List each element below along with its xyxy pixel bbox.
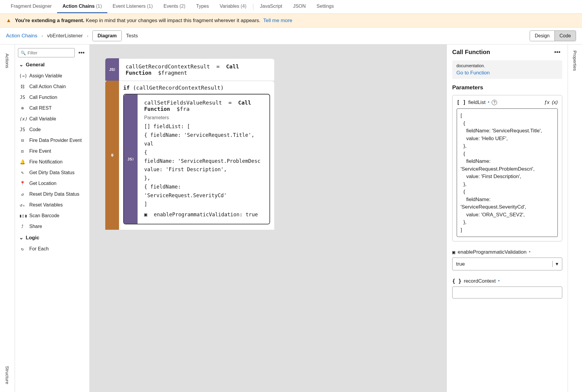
properties-more-icon[interactable]: ••• <box>552 49 562 56</box>
chevron-right-icon: › <box>87 33 89 38</box>
param-name: fieldList <box>468 99 486 105</box>
tab-event-listeners[interactable]: Event Listeners (1) <box>107 0 158 13</box>
action-assign-variable[interactable]: (→)Assign Variable <box>18 71 86 81</box>
doc-text: documentation. <box>456 63 558 68</box>
action-reset-dirty[interactable]: ↺Reset Dirty Data Status <box>18 189 86 199</box>
reset-var-icon: ↺ₓ <box>19 202 26 208</box>
action-fire-data-provider-event[interactable]: ⊟Fire Data Provider Event <box>18 135 86 146</box>
top-tabs: Fragment Designer Action Chains (1) Even… <box>0 0 582 14</box>
dirty-icon: ✎ <box>19 170 26 175</box>
action-get-dirty-data[interactable]: ✎Get Dirty Data Status <box>18 168 86 178</box>
properties-title: Call Function <box>452 49 490 56</box>
js-icon: JS <box>19 95 26 100</box>
action-call-action-chain[interactable]: ⛓Call Action Chain <box>18 82 86 92</box>
bell-icon: 🔔 <box>19 159 26 165</box>
type-boolean-icon: ▣ <box>452 249 455 255</box>
filter-input[interactable] <box>28 50 72 55</box>
parameters-section-title: Parameters <box>452 84 562 91</box>
action-for-each[interactable]: ↻For Each <box>18 244 86 254</box>
tab-events[interactable]: Events (2) <box>158 0 191 13</box>
actions-panel: 🔍 ••• ⌄ General (→)Assign Variable ⛓Call… <box>15 45 90 392</box>
loop-icon: ↻ <box>19 246 26 252</box>
params-label: Parameters <box>144 115 263 120</box>
node-handle-js[interactable]: JS⟩ <box>124 94 138 224</box>
action-fire-event[interactable]: ⧈Fire Event <box>18 146 86 156</box>
rest-icon: ⊕ <box>19 105 26 111</box>
doc-box: documentation. Go to Function <box>452 60 562 79</box>
tab-action-chains[interactable]: Action Chains (1) <box>57 0 107 13</box>
mode-toggle-group: Design Code <box>530 30 576 41</box>
type-array-icon: [ ] <box>457 99 466 105</box>
tab-types[interactable]: Types <box>191 0 214 13</box>
code-icon: JS <box>19 127 26 132</box>
design-mode-button[interactable]: Design <box>530 31 554 41</box>
reset-icon: ↺ <box>19 192 26 197</box>
diagram-canvas[interactable]: JS⟩ callGetRecordContextResult = Call Fu… <box>90 45 447 392</box>
action-share[interactable]: ⤴Share <box>18 221 86 232</box>
enable-validation-select[interactable]: true ▾ <box>452 258 562 270</box>
action-get-location[interactable]: 📍Get Location <box>18 178 86 189</box>
param-enable-validation: ▣ enableProgrammaticValidation * true ▾ <box>452 249 562 270</box>
go-to-function-link[interactable]: Go to Function <box>456 70 558 76</box>
actions-rail-tab[interactable]: Actions <box>5 53 10 68</box>
database-icon: ⊟ <box>19 138 26 143</box>
section-general[interactable]: ⌄ General <box>19 62 85 68</box>
tab-fragment-designer[interactable]: Fragment Designer <box>5 0 57 13</box>
action-call-variable[interactable]: (x)Call Variable <box>18 114 86 124</box>
action-code[interactable]: JSCode <box>18 125 86 135</box>
properties-panel: Call Function ••• documentation. Go to F… <box>447 45 568 392</box>
breadcrumb-current: vbEnterListener <box>47 33 83 39</box>
warning-icon: ▲ <box>6 17 11 24</box>
node-handle-js[interactable]: JS⟩ <box>105 58 119 81</box>
chevron-right-icon: › <box>42 33 43 38</box>
event-icon: ⧈ <box>19 148 26 154</box>
tab-json[interactable]: JSON <box>288 0 311 13</box>
tests-toggle[interactable]: Tests <box>126 33 138 39</box>
breadcrumb-row: Action Chains › vbEnterListener › Diagra… <box>0 27 582 45</box>
required-indicator: * <box>498 279 500 284</box>
type-object-icon: { } <box>452 278 461 284</box>
fx-icon[interactable]: ƒx <box>544 99 549 105</box>
tell-me-more-link[interactable]: Tell me more <box>263 18 292 23</box>
location-icon: 📍 <box>19 181 26 186</box>
node-call-function-1[interactable]: JS⟩ callGetRecordContextResult = Call Fu… <box>105 58 274 81</box>
action-call-rest[interactable]: ⊕Call REST <box>18 103 86 113</box>
arrow-icon: (→) <box>19 73 26 79</box>
structure-rail-tab[interactable]: Structure <box>5 366 10 384</box>
share-icon: ⤴ <box>19 224 26 229</box>
tab-javascript[interactable]: JavaScript <box>255 0 288 13</box>
help-icon[interactable]: ? <box>492 100 497 105</box>
param-name: recordContext <box>464 278 496 284</box>
section-logic[interactable]: ⌄ Logic <box>19 235 85 241</box>
breadcrumb-root[interactable]: Action Chains <box>6 33 37 39</box>
fieldlist-json-editor[interactable]: [ { fieldName: 'ServiceRequest.Title', v… <box>457 108 558 237</box>
right-rail: Properties <box>568 45 582 392</box>
node-handle-if[interactable]: ⤋ <box>105 81 119 230</box>
node-call-function-2[interactable]: JS⟩ callSetFieldsValueResult = Call Func… <box>123 94 270 224</box>
record-context-input[interactable] <box>452 287 562 298</box>
barcode-icon: ▮▯▮ <box>19 213 26 218</box>
properties-rail-tab[interactable]: Properties <box>572 50 578 71</box>
action-scan-barcode[interactable]: ▮▯▮Scan Barcode <box>18 211 86 221</box>
code-mode-button[interactable]: Code <box>554 31 576 41</box>
required-indicator: * <box>529 250 531 255</box>
diagram-toggle[interactable]: Diagram <box>93 31 121 41</box>
action-fire-notification[interactable]: 🔔Fire Notification <box>18 157 86 167</box>
chevron-down-icon: ⌄ <box>19 62 23 68</box>
tab-settings[interactable]: Settings <box>311 0 339 13</box>
extending-fragment-banner: ▲ You're extending a fragment. Keep in m… <box>0 14 582 27</box>
actions-more-icon[interactable]: ••• <box>77 49 86 56</box>
node-if[interactable]: ⤋ if (callGetRecordContextResult) JS⟩ ca… <box>105 81 274 230</box>
action-call-function[interactable]: JSCall Function <box>18 92 86 102</box>
chevron-down-icon: ⌄ <box>19 235 23 241</box>
param-fieldlist: [ ] fieldList * ? ƒx (x) [ { fieldName: … <box>452 95 562 241</box>
chevron-down-icon: ▾ <box>552 261 558 267</box>
variable-picker-icon[interactable]: (x) <box>552 99 558 105</box>
var-icon: (x) <box>19 116 26 122</box>
chain-icon: ⛓ <box>19 84 26 89</box>
tab-variables[interactable]: Variables (4) <box>214 0 252 13</box>
banner-text: You're extending a fragment. Keep in min… <box>15 18 292 24</box>
param-record-context: { } recordContext * <box>452 278 562 298</box>
action-reset-variables[interactable]: ↺ₓReset Variables <box>18 200 86 210</box>
search-icon: 🔍 <box>21 50 26 55</box>
